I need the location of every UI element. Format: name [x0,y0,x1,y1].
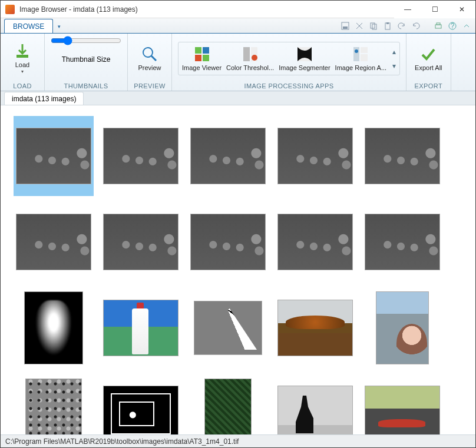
document-tabstrip: imdata (113 images) [1,91,475,105]
minimize-ribbon-icon[interactable] [461,21,472,31]
thumbnail-cell[interactable] [188,374,268,434]
thumbnail-cell[interactable] [188,288,268,368]
group-export: Export All EXPORT [406,34,451,91]
image-segmenter-icon [296,46,313,62]
thumbnail-image [277,300,353,356]
svg-text:?: ? [451,22,455,30]
thumbnail-image [277,386,353,434]
group-thumbnails-label: THUMBNAILS [64,81,108,89]
print-icon[interactable] [433,21,444,31]
thumbnail-image [103,386,178,434]
thumbnail-cell[interactable] [362,202,442,282]
document-tab-imdata[interactable]: imdata (113 images) [4,92,84,105]
thumbnail-cell[interactable] [188,202,268,282]
svg-rect-21 [353,47,359,61]
thumbnail-image [365,386,440,434]
load-icon [14,43,31,59]
thumbnail-cell[interactable] [275,202,355,282]
thumbnail-cell[interactable] [14,116,94,196]
thumbnail-image [277,214,353,270]
group-preview-label: PREVIEW [134,81,166,89]
thumbnail-cell[interactable] [101,116,181,196]
status-bar: C:\Program Files\MATLAB\R2019b\toolbox\i… [1,434,475,447]
thumbnail-cell[interactable] [14,374,94,434]
thumbnail-cell[interactable] [14,288,94,368]
thumbnail-image [24,291,83,364]
svg-rect-22 [361,47,368,53]
svg-rect-17 [243,47,250,61]
thumbnail-image [103,128,178,184]
thumbnail-image [190,214,266,270]
thumbnail-cell[interactable] [362,288,442,368]
tab-browse[interactable]: BROWSE [4,19,53,33]
preview-button[interactable]: Preview [134,44,166,73]
app-image-region-analyzer[interactable]: Image Region A... [333,44,389,73]
titlebar: Image Browser - imdata (113 images) — ☐ … [1,1,475,18]
image-viewer-label: Image Viewer [182,64,222,71]
apps-gallery: Image Viewer Color Threshol... Image Seg… [178,42,400,75]
chevron-down-icon: ▾ [21,69,24,74]
thumbnail-size-slider[interactable] [51,36,121,47]
save-icon[interactable] [340,21,351,31]
thumbnail-image [190,128,266,184]
thumbnail-cell[interactable] [275,116,355,196]
thumbnail-cell[interactable] [362,116,442,196]
app-image-viewer[interactable]: Image Viewer [180,44,224,73]
group-preview: Preview PREVIEW [128,34,172,91]
help-icon[interactable]: ? [447,21,458,31]
close-button[interactable]: ✕ [448,1,475,18]
export-all-label: Export All [415,64,442,71]
export-all-button[interactable]: Export All [412,44,444,73]
window-title: Image Browser - imdata (113 images) [19,5,394,14]
thumbnail-cell[interactable] [275,374,355,434]
svg-rect-23 [361,54,368,61]
thumbnail-cell[interactable] [362,374,442,434]
copy-icon[interactable] [368,21,379,31]
color-thresholder-icon [242,46,259,62]
status-path: C:\Program Files\MATLAB\R2019b\toolbox\i… [5,437,239,446]
cut-icon[interactable] [354,21,365,31]
thumbnail-cell[interactable] [101,374,181,434]
load-button[interactable]: Load ▾ [6,41,38,76]
thumbnail-image [194,301,262,355]
thumbnail-cell[interactable] [14,202,94,282]
thumbnail-panel[interactable] [1,105,475,434]
magnifier-icon [141,46,158,62]
thumbnail-cell[interactable] [188,116,268,196]
gallery-expand-icon[interactable]: ▴▾ [390,48,398,70]
svg-rect-14 [203,47,209,54]
image-viewer-icon [194,46,210,62]
thumbnail-image [25,379,82,434]
toolstrip: Load ▾ LOAD Thumbnail Size THUMBNAILS Pr… [1,34,475,91]
thumbnail-cell[interactable] [101,288,181,368]
group-apps: Image Viewer Color Threshol... Image Seg… [172,34,406,91]
minimize-button[interactable]: — [394,1,421,18]
app-color-thresholder[interactable]: Color Threshol... [224,44,276,73]
group-apps-label: IMAGE PROCESSING APPS [244,81,334,89]
color-thresholder-label: Color Threshol... [226,64,274,71]
group-export-label: EXPORT [415,81,442,89]
thumbnail-cell[interactable] [101,202,181,282]
undo-icon[interactable] [396,21,407,31]
quick-access-toolbar: ? [340,19,472,32]
load-label: Load [15,61,29,68]
app-icon [5,5,15,14]
svg-rect-7 [437,23,440,25]
thumbnail-image [365,214,440,270]
svg-rect-16 [203,55,209,61]
app-image-segmenter[interactable]: Image Segmenter [276,44,332,73]
redo-icon[interactable] [411,21,421,31]
maximize-button[interactable]: ☐ [421,1,448,18]
thumbnail-image [376,291,429,364]
thumbnail-image [365,128,440,184]
svg-rect-5 [386,22,389,24]
thumbnail-cell[interactable] [275,288,355,368]
thumbnail-image [103,214,178,270]
image-segmenter-label: Image Segmenter [279,64,330,71]
svg-rect-15 [195,55,201,61]
tab-dropdown-icon[interactable]: ▾ [54,20,64,33]
svg-point-24 [355,49,358,53]
thumbnail-size-label: Thumbnail Size [62,55,111,64]
group-load: Load ▾ LOAD [1,34,45,91]
paste-icon[interactable] [382,21,393,31]
